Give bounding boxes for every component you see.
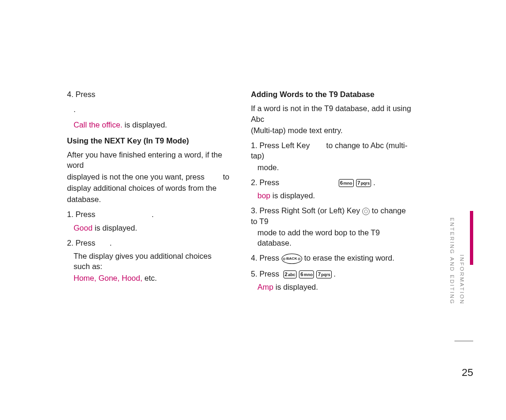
t9-step2: 2. Press 6mno 7pqrs . <box>251 177 414 188</box>
key-back-icon: BACK <box>282 254 302 264</box>
keys-2-6-7: 2abc 6mno 7pqrs <box>283 270 332 278</box>
page-number: 25 <box>462 366 473 380</box>
t9-add-heading: Adding Words to the T9 Database <box>251 89 414 99</box>
nk-step1-result: Good is displayed. <box>74 223 230 233</box>
call-office-suffix: is displayed. <box>122 120 167 129</box>
t9-step1-l2: mode. <box>258 162 414 172</box>
t9-step4: 4. Press BACK to erase the existing word… <box>251 253 414 264</box>
nk-intro-l4: database. <box>67 194 230 204</box>
nk-step2-examples: Home, Gone, Hood, etc. <box>74 273 230 283</box>
key-6mno-icon: 6mno <box>339 179 354 187</box>
key-7pqrs-icon-2: 7pqrs <box>316 270 332 278</box>
nk-intro-l2: displayed is not the one you want, press… <box>67 172 230 182</box>
key-6mno-icon-2: 6mno <box>299 270 314 278</box>
call-office-text: Call the office. <box>74 120 122 129</box>
nk-step2: 2. Press . <box>67 238 230 248</box>
step4-press: 4. Press <box>67 89 230 99</box>
blank-keyrow: . <box>74 104 230 114</box>
next-key-heading: Using the NEXT Key (In T9 Mode) <box>67 135 230 146</box>
nk-intro-l1: After you have finished entering a word,… <box>67 150 230 171</box>
key-2abc-icon: 2abc <box>283 270 297 278</box>
call-office-line: Call the office. is displayed. <box>74 120 230 130</box>
side-label-line1: ENTERING AND EDITING <box>448 218 455 305</box>
t9-step3-l2: mode to add the word bop to the T9 datab… <box>258 227 414 248</box>
t9-intro-l2: (Multi-tap) mode text entry. <box>251 125 414 135</box>
nk-step1: 1. Press. <box>67 209 230 219</box>
t9-step5-result: Amp is displayed. <box>258 282 414 292</box>
keys-6-7: 6mno 7pqrs <box>339 179 372 187</box>
t9-intro-l1: If a word is not in the T9 database, add… <box>251 103 414 124</box>
section-tab-bar <box>470 211 473 265</box>
nk-intro-l3: display additional choices of words from… <box>67 183 230 193</box>
key-7pqrs-icon: 7pqrs <box>356 179 372 187</box>
side-label-line2: INFORMATION <box>458 255 465 305</box>
t9-step3-l1: 3. Press Right Soft (or Left) Key to cha… <box>251 205 414 226</box>
t9-step2-result: bop is displayed. <box>258 190 414 201</box>
section-tab-rule <box>454 341 473 341</box>
t9-step5: 5. Press 2abc 6mno 7pqrs . <box>251 269 414 279</box>
nk-step2-choices: The display gives you additional choices… <box>74 251 230 272</box>
right-column: Adding Words to the T9 Database If a wor… <box>251 89 414 297</box>
content-columns: 4. Press . Call the office. is displayed… <box>67 89 414 297</box>
t9-step1-l1: 1. Press Left Key to change to Abc (mult… <box>251 140 414 161</box>
section-side-label: ENTERING AND EDITING INFORMATION <box>448 218 466 307</box>
softkey-circle-icon <box>362 208 370 215</box>
left-column: 4. Press . Call the office. is displayed… <box>67 89 230 297</box>
manual-page: 4. Press . Call the office. is displayed… <box>0 0 506 420</box>
